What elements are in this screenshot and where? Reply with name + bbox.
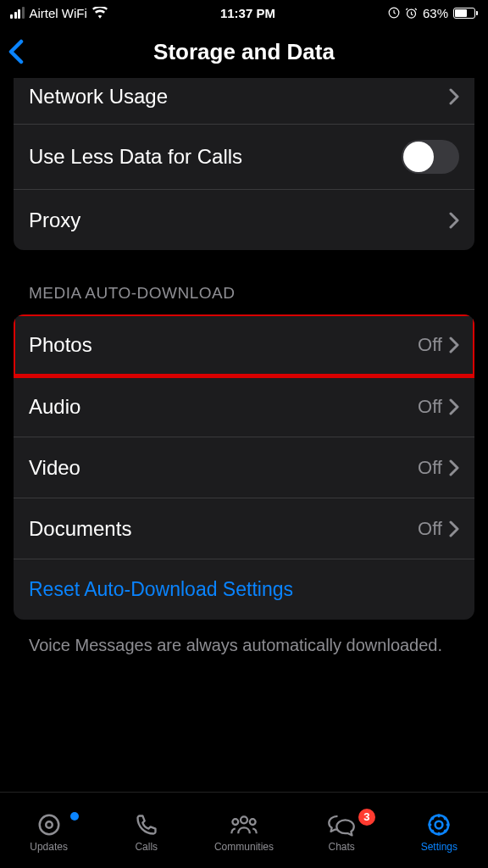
- svg-point-3: [46, 821, 53, 828]
- photos-row[interactable]: Photos Off: [14, 314, 474, 376]
- chevron-right-icon: [449, 520, 459, 537]
- network-usage-row[interactable]: Network Usage: [14, 78, 474, 124]
- reset-auto-download-row[interactable]: Reset Auto-Download Settings: [14, 559, 474, 620]
- use-less-data-label: Use Less Data for Calls: [29, 145, 402, 169]
- tab-bar: Updates Calls Communities 3 Chats Settin…: [0, 792, 488, 868]
- use-less-data-row: Use Less Data for Calls: [14, 124, 474, 189]
- chevron-right-icon: [449, 459, 459, 476]
- nav-header: Storage and Data: [0, 25, 488, 78]
- reset-label: Reset Auto-Download Settings: [29, 578, 459, 601]
- svg-point-5: [232, 819, 238, 825]
- proxy-row[interactable]: Proxy: [14, 189, 474, 250]
- video-label: Video: [29, 456, 418, 480]
- media-section-header: MEDIA AUTO-DOWNLOAD: [14, 250, 474, 314]
- svg-point-4: [241, 816, 247, 823]
- tab-chats-label: Chats: [328, 841, 354, 853]
- tab-chats[interactable]: 3 Chats: [293, 812, 391, 853]
- status-bar: Airtel WiFi 11:37 PM 63%: [0, 0, 488, 25]
- carrier-label: Airtel WiFi: [30, 6, 87, 20]
- tab-settings[interactable]: Settings: [391, 812, 488, 853]
- svg-point-7: [435, 821, 443, 828]
- audio-row[interactable]: Audio Off: [14, 376, 474, 437]
- footer-note: Voice Messages are always automatically …: [14, 620, 474, 671]
- tab-communities-label: Communities: [214, 841, 274, 853]
- chevron-right-icon: [449, 212, 459, 229]
- status-time: 11:37 PM: [220, 6, 275, 20]
- chevron-right-icon: [449, 398, 459, 415]
- tab-settings-label: Settings: [421, 841, 458, 853]
- page-title: Storage and Data: [153, 39, 335, 65]
- updates-dot-icon: [70, 812, 79, 821]
- tab-communities[interactable]: Communities: [195, 812, 292, 853]
- tab-calls-label: Calls: [135, 841, 158, 853]
- tab-updates-label: Updates: [30, 841, 68, 853]
- alarm-icon: [405, 7, 418, 19]
- status-left: Airtel WiFi: [10, 6, 108, 20]
- tab-calls[interactable]: Calls: [97, 812, 195, 853]
- documents-label: Documents: [29, 517, 418, 541]
- documents-row[interactable]: Documents Off: [14, 498, 474, 559]
- chevron-right-icon: [449, 88, 459, 105]
- status-right: 63%: [388, 6, 478, 20]
- general-section: Network Usage Use Less Data for Calls Pr…: [14, 78, 474, 250]
- svg-point-2: [39, 815, 58, 834]
- use-less-data-toggle[interactable]: [402, 140, 459, 174]
- chevron-left-icon: [8, 39, 24, 64]
- calls-icon: [132, 812, 161, 837]
- svg-point-8: [430, 815, 449, 834]
- proxy-label: Proxy: [29, 209, 449, 232]
- photos-label: Photos: [29, 333, 418, 357]
- chats-badge: 3: [358, 809, 375, 826]
- audio-value: Off: [418, 396, 442, 418]
- battery-percent: 63%: [423, 6, 448, 20]
- chevron-right-icon: [449, 337, 459, 353]
- battery-icon: [453, 8, 478, 19]
- photos-value: Off: [418, 334, 442, 356]
- audio-label: Audio: [29, 395, 418, 419]
- rotation-lock-icon: [388, 7, 400, 19]
- updates-icon: [35, 812, 64, 837]
- video-row[interactable]: Video Off: [14, 437, 474, 498]
- documents-value: Off: [418, 518, 442, 540]
- tab-updates[interactable]: Updates: [0, 812, 97, 853]
- media-auto-download-section: Photos Off Audio Off Video Off Documents…: [14, 314, 474, 620]
- network-usage-label: Network Usage: [29, 85, 449, 108]
- settings-icon: [424, 812, 453, 837]
- wifi-icon: [92, 7, 108, 19]
- svg-point-6: [250, 819, 256, 825]
- communities-icon: [230, 812, 258, 837]
- signal-icon: [10, 7, 25, 19]
- back-button[interactable]: [8, 35, 39, 69]
- video-value: Off: [418, 457, 442, 479]
- chats-icon: [327, 812, 356, 837]
